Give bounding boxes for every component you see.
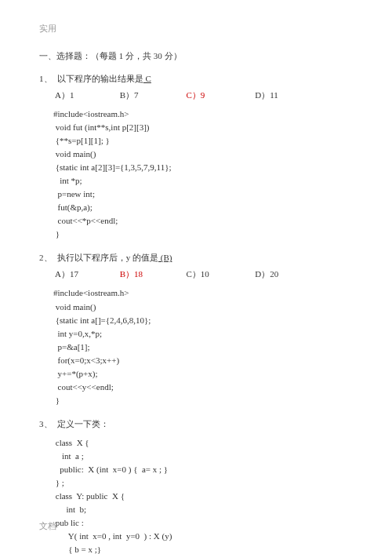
code-line: {static int a[2][3]={1,3,5,7,9,11}; — [53, 161, 353, 174]
q2-opt-d: D）20 — [255, 268, 294, 280]
q3-number: 3、 — [39, 418, 55, 430]
q2-code: #include<iostream.h> void main() {static… — [53, 286, 353, 406]
code-line: void fut (int**s,int p[2][3]) — [53, 121, 353, 134]
code-line: p=&a[1]; — [53, 341, 353, 354]
code-line: Y( int x=0 , int y=0 ) : X (y) — [53, 530, 353, 543]
code-line: class Y: public X { — [53, 490, 353, 503]
code-line: } ; — [53, 476, 353, 490]
q2-stem: 2、 执行以下程序后，y 的值是 (B) — [39, 252, 353, 264]
q1-code: #include<iostream.h> void fut (int**s,in… — [53, 108, 353, 241]
q1-number: 1、 — [39, 73, 55, 85]
q1-options: A）1 B）7 C）9 D）11 — [39, 89, 353, 101]
code-line: fut(&p,a); — [53, 201, 353, 214]
q2-answer-blank: (B) — [158, 253, 172, 262]
q1-stem-text: 以下程序的输出结果是 — [57, 74, 143, 83]
code-line: int y=0,x,*p; — [53, 327, 353, 341]
code-line: cout<<*p<<endl; — [53, 214, 353, 228]
code-line: {static int a[]={2,4,6,8,10}; — [53, 314, 353, 327]
header-label: 实用 — [39, 24, 353, 35]
code-line: class X { — [53, 436, 353, 450]
q1-opt-d: D）11 — [255, 89, 294, 101]
code-line: } — [53, 228, 353, 241]
q3-code: class X { int a ; public: X (int x=0 ) {… — [53, 436, 353, 554]
q1-opt-b: B）7 — [120, 89, 184, 101]
code-line: } — [53, 394, 353, 407]
code-line: pub lic : — [53, 516, 353, 530]
code-line: int *p; — [53, 174, 353, 188]
q2-opt-b: B）18 — [120, 268, 184, 280]
code-line: #include<iostream.h> — [53, 108, 353, 121]
code-line: y+=*(p+x); — [53, 367, 353, 381]
code-line: for(x=0;x<3;x++) — [53, 354, 353, 367]
q1-opt-a: A）1 — [55, 89, 118, 101]
code-line: int b; — [53, 503, 353, 516]
code-line: cout<<y<<endl; — [53, 381, 353, 394]
code-line: {**s=p[1][1]; } — [53, 134, 353, 148]
q3-stem-text: 定义一下类： — [57, 419, 109, 428]
q2-number: 2、 — [39, 252, 55, 264]
q1-opt-c: C）9 — [187, 89, 253, 101]
footer-label: 文档 — [39, 521, 56, 532]
section-title: 一、选择题：（每题 1 分，共 30 分） — [39, 50, 353, 62]
q1-stem: 1、 以下程序的输出结果是 C — [39, 73, 353, 85]
code-line: #include<iostream.h> — [53, 286, 353, 300]
q2-opt-c: C）10 — [187, 268, 253, 280]
code-line: void main() — [53, 301, 353, 314]
code-line: { b = x ;} — [53, 543, 353, 554]
q2-opt-a: A）17 — [55, 268, 118, 280]
q1-answer-blank: C — [143, 74, 151, 83]
q2-stem-text: 执行以下程序后，y 的值是 — [57, 253, 158, 262]
code-line: int a ; — [53, 450, 353, 463]
code-line: p=new int; — [53, 188, 353, 201]
code-line: public: X (int x=0 ) { a= x ; } — [53, 463, 353, 476]
q2-options: A）17 B）18 C）10 D）20 — [39, 268, 353, 280]
q3-stem: 3、 定义一下类： — [39, 418, 353, 430]
code-line: void main() — [53, 148, 353, 161]
